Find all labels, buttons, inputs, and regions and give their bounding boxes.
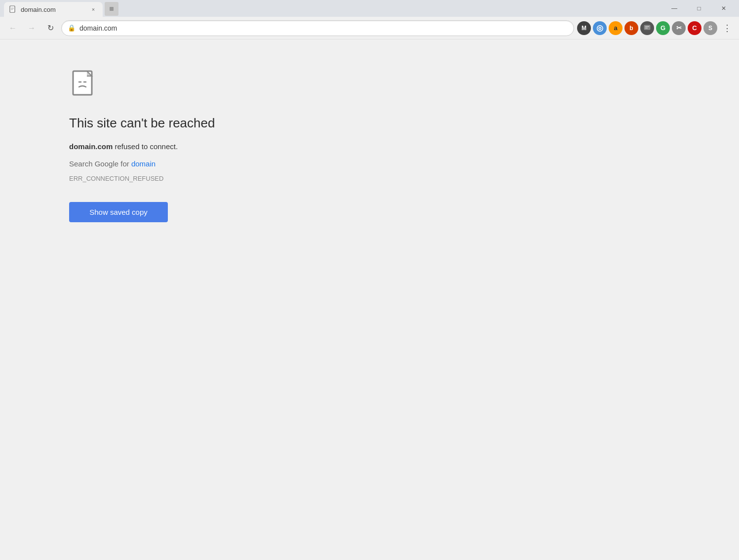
error-domain-bold: domain.com <box>69 142 113 151</box>
error-title: This site can't be reached <box>69 116 739 131</box>
error-code: ERR_CONNECTION_REFUSED <box>69 175 739 182</box>
extension-s-button[interactable] <box>640 21 654 35</box>
svg-rect-5 <box>644 25 650 30</box>
extension-q-button[interactable]: ◎ <box>593 21 607 35</box>
extension-sk-button[interactable]: S <box>703 21 717 35</box>
svg-rect-6 <box>645 26 649 27</box>
svg-rect-4 <box>110 7 114 11</box>
error-description: domain.com refused to connect. <box>69 141 739 153</box>
maximize-button[interactable]: □ <box>688 3 710 14</box>
close-button[interactable]: ✕ <box>712 3 735 14</box>
title-bar: domain.com × — □ ✕ <box>0 0 739 17</box>
navigation-bar: ← → ↻ 🔒 domain.com M ◎ a b G ✂ C S ⋮ <box>0 17 739 40</box>
forward-button[interactable]: → <box>24 20 39 36</box>
active-tab[interactable]: domain.com × <box>4 2 103 17</box>
svg-rect-7 <box>645 28 648 29</box>
show-saved-copy-button[interactable]: Show saved copy <box>69 202 168 222</box>
search-prefix: Search Google for <box>69 160 131 168</box>
extension-m-button[interactable]: M <box>577 21 591 35</box>
back-button[interactable]: ← <box>5 20 21 36</box>
tab-close-button[interactable]: × <box>89 5 98 14</box>
extension-a-button[interactable]: a <box>609 21 622 35</box>
new-tab-button[interactable] <box>105 2 118 16</box>
window-controls: — □ ✕ <box>663 3 735 14</box>
minimize-button[interactable]: — <box>663 3 686 14</box>
extension-g-button[interactable]: G <box>656 21 670 35</box>
error-page: This site can't be reached domain.com re… <box>0 40 739 560</box>
address-text: domain.com <box>79 24 568 32</box>
extensions-area: M ◎ a b G ✂ C S <box>577 21 717 35</box>
error-search-text: Search Google for domain <box>69 160 739 168</box>
extension-clip-button[interactable]: ✂ <box>672 21 686 35</box>
tab-title: domain.com <box>21 6 85 13</box>
address-bar[interactable]: 🔒 domain.com <box>61 20 574 36</box>
extension-h-button[interactable]: b <box>624 21 638 35</box>
browser-window: domain.com × — □ ✕ ← → ↻ 🔒 domain.com <box>0 0 739 560</box>
more-options-button[interactable]: ⋮ <box>720 21 734 35</box>
extension-r-button[interactable]: C <box>688 21 701 35</box>
reload-button[interactable]: ↻ <box>42 20 58 36</box>
error-icon <box>69 69 101 101</box>
tab-favicon <box>9 5 17 13</box>
search-google-link[interactable]: domain <box>131 160 156 168</box>
address-icon: 🔒 <box>68 24 76 32</box>
error-refused-text: refused to connect. <box>113 142 178 151</box>
